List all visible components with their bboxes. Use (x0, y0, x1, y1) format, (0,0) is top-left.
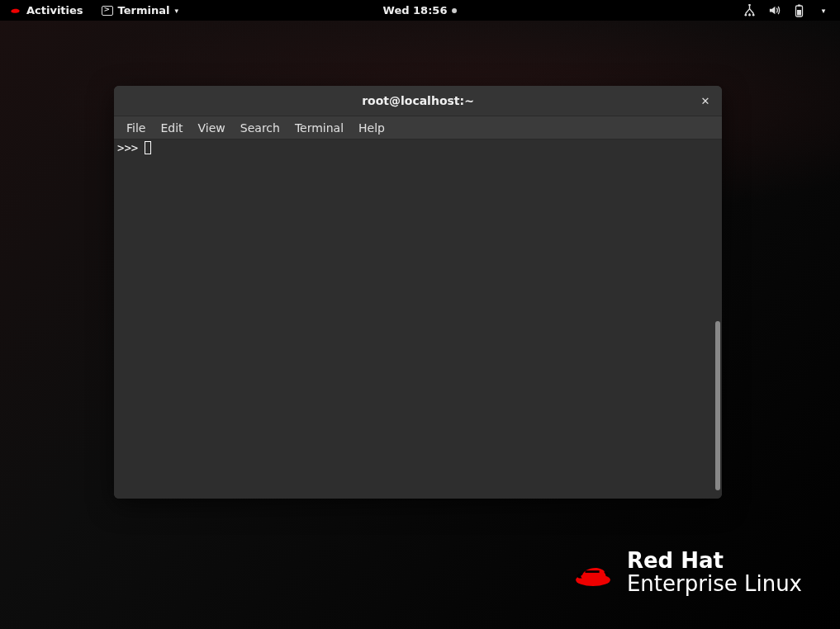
terminal-prompt: >>> (117, 141, 138, 154)
menu-search[interactable]: Search (233, 118, 287, 138)
system-menu-chevron-icon[interactable]: ▾ (817, 4, 830, 17)
svg-rect-8 (585, 571, 599, 574)
current-app-menu[interactable]: Terminal ▾ (97, 2, 183, 18)
close-button[interactable]: ✕ (697, 92, 714, 109)
window-titlebar[interactable]: root@localhost:~ ✕ (114, 86, 722, 116)
scrollbar-thumb[interactable] (715, 321, 720, 490)
svg-point-0 (748, 4, 751, 6)
gnome-topbar: Activities Terminal ▾ Wed 18:56 ▾ (0, 0, 840, 21)
activities-label: Activities (26, 4, 83, 17)
datetime-label: Wed 18:56 (383, 4, 448, 17)
terminal-viewport[interactable]: >>> (114, 140, 722, 499)
branding-text: Red Hat Enterprise Linux (627, 549, 802, 596)
menu-file[interactable]: File (119, 118, 153, 138)
terminal-cursor (145, 141, 151, 154)
menu-edit[interactable]: Edit (153, 118, 190, 138)
network-icon[interactable] (743, 4, 756, 17)
brand-line-1: Red Hat (627, 549, 802, 573)
redhat-logo-icon (574, 556, 612, 588)
activities-button[interactable]: Activities (3, 2, 88, 18)
terminal-line: >>> (117, 141, 719, 154)
terminal-app-icon (102, 6, 113, 16)
terminal-window: root@localhost:~ ✕ File Edit View Search… (114, 86, 722, 499)
system-tray: ▾ (743, 4, 837, 17)
topbar-left-group: Activities Terminal ▾ (3, 2, 183, 18)
chevron-down-icon: ▾ (174, 7, 178, 15)
menu-terminal[interactable]: Terminal (287, 118, 351, 138)
notification-dot-icon (452, 8, 457, 13)
volume-icon[interactable] (767, 4, 781, 17)
svg-point-3 (752, 14, 754, 17)
menubar: File Edit View Search Terminal Help (114, 116, 722, 140)
close-icon: ✕ (701, 95, 710, 107)
current-app-label: Terminal (118, 4, 170, 17)
desktop-branding: Red Hat Enterprise Linux (574, 549, 802, 596)
datetime-button[interactable]: Wed 18:56 (378, 2, 463, 18)
svg-point-1 (744, 14, 747, 17)
window-title: root@localhost:~ (362, 94, 474, 107)
battery-icon[interactable] (792, 4, 805, 17)
svg-rect-6 (797, 10, 801, 16)
brand-line-2: Enterprise Linux (627, 572, 802, 596)
menu-help[interactable]: Help (351, 118, 392, 138)
svg-rect-5 (798, 4, 800, 6)
menu-view[interactable]: View (191, 118, 233, 138)
redhat-icon (8, 6, 21, 16)
svg-point-2 (748, 14, 751, 17)
